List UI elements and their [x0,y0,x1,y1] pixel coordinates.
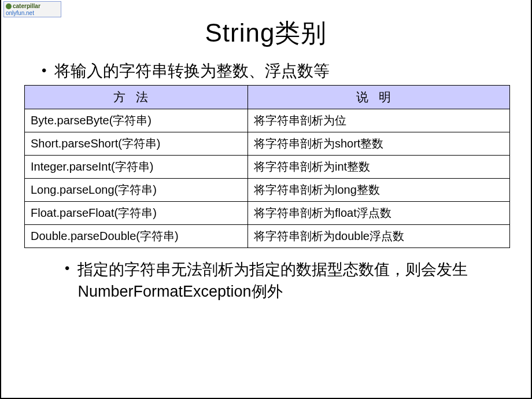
table-row: Byte.parseByte(字符串) 将字符串剖析为位 [25,109,510,132]
cell-method: Byte.parseByte(字符串) [25,109,248,132]
cell-method: Long.parseLong(字符串) [25,179,248,202]
cell-method: Short.parseShort(字符串) [25,132,248,156]
slide-title: String类别 [1,0,531,56]
table-row: Double.parseDouble(字符串) 将字符串剖析为double浮点数 [25,225,510,248]
slide-content: • 将输入的字符串转换为整数、浮点数等 方法 说明 Byte.parseByte… [1,56,531,302]
table-row: Float.parseFloat(字符串) 将字符串剖析为float浮点数 [25,202,510,225]
cell-description: 将字符串剖析为double浮点数 [247,225,509,248]
cell-description: 将字符串剖析为short整数 [247,132,509,156]
cell-description: 将字符串剖析为float浮点数 [247,202,509,225]
watermark-text-1: caterpillar [13,3,40,9]
table-row: Short.parseShort(字符串) 将字符串剖析为short整数 [25,132,510,156]
cell-description: 将字符串剖析为位 [247,109,509,132]
cell-method: Integer.parseInt(字符串) [25,156,248,179]
bullet-dot-icon: • [65,258,69,278]
watermark-line1: caterpillar [6,3,59,10]
watermark-text-2: onlyfun.net [6,10,59,17]
table-row: Long.parseLong(字符串) 将字符串剖析为long整数 [25,179,510,202]
header-method: 方法 [25,86,248,109]
bullet-2-text: 指定的字符串无法剖析为指定的数据型态数值，则会发生NumberFormatExc… [77,258,508,302]
methods-table: 方法 说明 Byte.parseByte(字符串) 将字符串剖析为位 Short… [24,85,510,248]
bullet-dot-icon: • [42,61,46,80]
caterpillar-icon [6,3,12,9]
cell-method: Double.parseDouble(字符串) [25,225,248,248]
cell-description: 将字符串剖析为int整数 [247,156,509,179]
watermark-badge: caterpillar onlyfun.net [3,1,61,17]
header-description: 说明 [247,86,509,109]
bullet-1-text: 将输入的字符串转换为整数、浮点数等 [54,61,330,82]
bullet-2: • 指定的字符串无法剖析为指定的数据型态数值，则会发生NumberFormatE… [24,258,508,302]
table-header-row: 方法 说明 [25,86,510,109]
slide: caterpillar onlyfun.net String类别 • 将输入的字… [0,0,532,399]
table-row: Integer.parseInt(字符串) 将字符串剖析为int整数 [25,156,510,179]
bullet-1: • 将输入的字符串转换为整数、浮点数等 [24,61,508,82]
cell-method: Float.parseFloat(字符串) [25,202,248,225]
cell-description: 将字符串剖析为long整数 [247,179,509,202]
